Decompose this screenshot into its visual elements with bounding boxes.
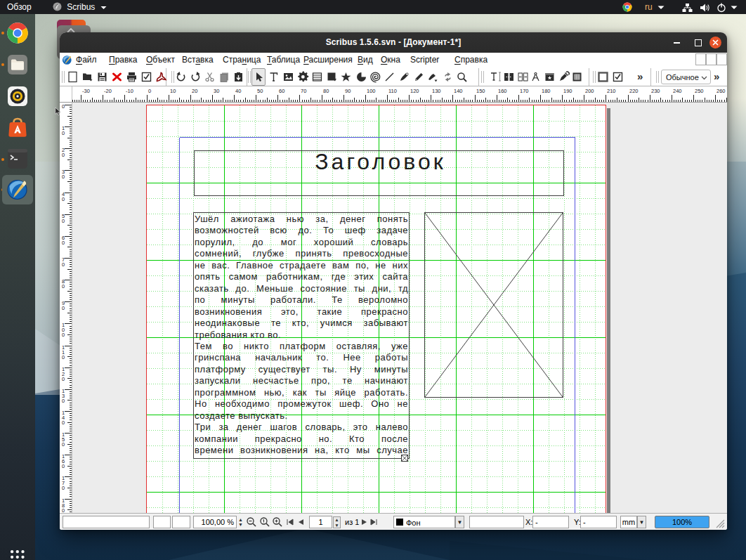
- svg-text:0: 0: [62, 354, 65, 360]
- svg-text:0: 0: [62, 174, 65, 180]
- svg-text:0: 0: [62, 240, 65, 246]
- svg-text:0: 0: [62, 332, 65, 338]
- svg-text:110: 110: [388, 88, 397, 94]
- svg-text:80: 80: [323, 88, 329, 94]
- svg-text:0: 0: [62, 130, 65, 136]
- svg-text:0: 0: [148, 88, 151, 94]
- svg-text:130: 130: [432, 88, 441, 94]
- svg-text:0: 0: [62, 507, 65, 514]
- svg-text:10: 10: [170, 88, 176, 94]
- svg-text:60: 60: [279, 88, 284, 94]
- svg-text:-10: -10: [126, 88, 133, 94]
- svg-text:0: 0: [62, 485, 65, 491]
- svg-text:90: 90: [345, 88, 351, 94]
- svg-text:230: 230: [651, 88, 660, 94]
- svg-text:210: 210: [607, 88, 616, 94]
- svg-text:250: 250: [695, 88, 704, 94]
- svg-text:200: 200: [585, 88, 594, 94]
- svg-text:180: 180: [542, 88, 551, 94]
- svg-text:0: 0: [62, 218, 65, 224]
- svg-text:70: 70: [301, 88, 306, 94]
- svg-text:0: 0: [62, 376, 65, 382]
- svg-text:260: 260: [716, 88, 726, 94]
- svg-text:0: 0: [62, 305, 65, 311]
- svg-text:20: 20: [192, 88, 197, 94]
- svg-text:0: 0: [62, 419, 65, 426]
- svg-text:50: 50: [257, 88, 263, 94]
- svg-text:0: 0: [62, 463, 65, 469]
- svg-text:220: 220: [629, 88, 639, 94]
- svg-text:0: 0: [62, 196, 65, 202]
- svg-text:160: 160: [498, 88, 507, 94]
- svg-text:0: 0: [62, 441, 65, 448]
- svg-text:30: 30: [214, 88, 219, 94]
- svg-text:0: 0: [62, 152, 65, 158]
- svg-text:40: 40: [235, 88, 241, 94]
- svg-text:150: 150: [476, 88, 485, 94]
- svg-text:120: 120: [410, 88, 419, 94]
- svg-text:240: 240: [673, 88, 682, 94]
- svg-text:140: 140: [454, 88, 463, 94]
- svg-text:170: 170: [520, 88, 529, 94]
- svg-text:0: 0: [62, 261, 65, 268]
- svg-text:100: 100: [367, 88, 376, 94]
- svg-text:190: 190: [563, 88, 572, 94]
- svg-text:-20: -20: [104, 88, 112, 94]
- svg-text:0: 0: [62, 398, 65, 404]
- svg-text:0: 0: [62, 283, 65, 289]
- svg-text:-30: -30: [82, 88, 90, 94]
